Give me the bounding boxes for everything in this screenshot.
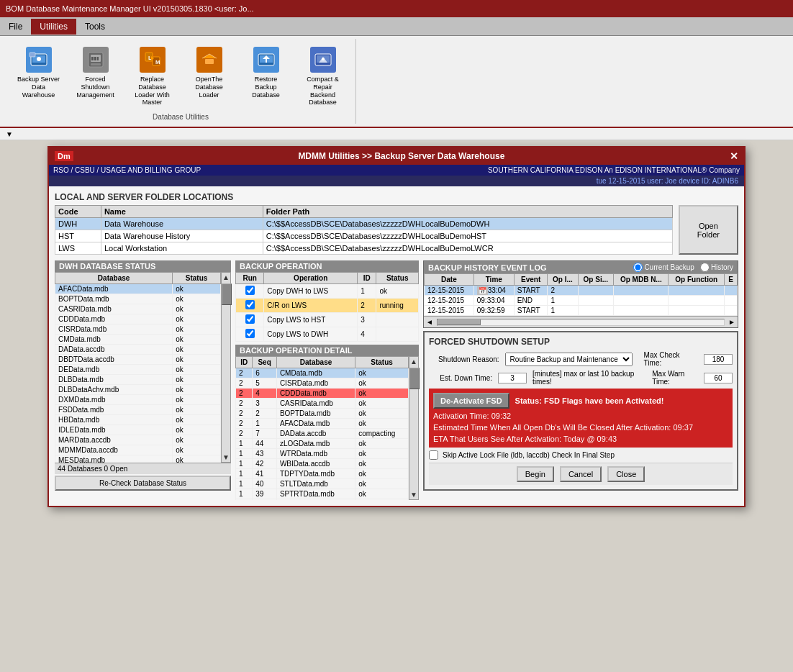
recheck-database-button[interactable]: Re-Check Database Status	[55, 476, 231, 491]
cancel-button[interactable]: Cancel	[560, 466, 602, 482]
main-panels: DWH DATABASE STATUS Database Status	[55, 260, 738, 500]
detail-scroll-down[interactable]: ▼	[409, 490, 418, 499]
det-status-8: ok	[355, 449, 409, 459]
scroll-down-arrow[interactable]: ▼	[222, 453, 230, 462]
op-operation-0: Copy DWH to LWS	[264, 284, 358, 299]
dwh-table-container: Database Status AFACData.mdbokBOPTData.m…	[55, 272, 231, 463]
fsd-status-row: De-Activate FSD Status: FSD Flags have b…	[433, 393, 728, 409]
table-row: 1 39 SPTRTData.mdb ok	[236, 489, 409, 499]
dialog-close-button[interactable]: ✕	[730, 150, 738, 162]
detail-scrollbar[interactable]: ▲ ▼	[409, 356, 419, 500]
backup-icon	[26, 47, 52, 73]
radio-current-backup[interactable]: Current Backup	[633, 263, 694, 272]
db-name-4: CISRData.mdb	[55, 324, 173, 335]
history-panel: BACKUP HISTORY EVENT LOG Current Backup …	[423, 260, 738, 328]
table-row: 12-15-2015 09:32:59 START 1	[425, 306, 738, 316]
det-db-0: CMData.mdb	[276, 368, 355, 378]
skip-lockfile-checkbox[interactable]	[429, 450, 438, 460]
btn-backup-server[interactable]: Backup Server Data Warehouse	[12, 42, 65, 110]
menu-file[interactable]: File	[0, 19, 31, 35]
op-col-id: ID	[358, 273, 376, 284]
btn-replace-database-label: Replace Database Loader With Master	[130, 76, 174, 106]
radio-history[interactable]: History	[700, 263, 733, 272]
op-status-0: ok	[376, 284, 419, 299]
menu-tools[interactable]: Tools	[76, 19, 114, 35]
table-row: 1 38 SPOCData.accdb ok	[236, 499, 409, 501]
det-status-2: ok	[355, 389, 409, 399]
dwh-panel-header: DWH DATABASE STATUS	[55, 260, 231, 272]
det-db-3: CASRIData.mdb	[276, 399, 355, 409]
det-seq-12: 39	[253, 489, 277, 499]
svg-rect-3	[30, 53, 35, 57]
db-name-3: CDDData.mdb	[55, 314, 173, 324]
deactivate-fsd-button[interactable]: De-Activate FSD	[433, 393, 509, 409]
db-name-15: MARData.accdb	[55, 435, 173, 445]
btn-open-database[interactable]: OpenThe Database Loader	[182, 42, 236, 110]
folder-locations-section: LOCAL AND SERVER FOLDER LOCATIONS Code N…	[55, 192, 738, 255]
table-row: Copy LWS to HST 3	[236, 313, 419, 327]
hscroll-right[interactable]: ►	[726, 318, 738, 326]
scrollbar-thumb[interactable]	[222, 283, 232, 305]
table-row: 1 44 zLOGData.mdb ok	[236, 439, 409, 449]
hscroll-thumb[interactable]	[438, 319, 481, 325]
hist-opi-0: 2	[548, 286, 578, 296]
hist-opmdb-2	[614, 306, 669, 316]
btn-forced-shutdown-label: Forced Shutdown Management	[73, 76, 117, 99]
scroll-up-arrow[interactable]: ▲	[222, 273, 230, 282]
fsd-shutdown-reason-select[interactable]: Routine Backup and Maintenance	[505, 353, 633, 366]
det-status-13: ok	[355, 499, 409, 501]
btn-replace-database[interactable]: L M Replace Database Loader With Master	[125, 42, 179, 110]
db-name-16: MDMMData.accdb	[55, 445, 173, 455]
hscroll-left[interactable]: ◄	[424, 318, 435, 326]
btn-forced-shutdown[interactable]: Forced Shutdown Management	[68, 42, 122, 110]
backup-op-header: BACKUP OPERATION	[235, 260, 419, 272]
op-col-run: Run	[236, 273, 264, 284]
fsd-est-close-row: Estimated Time When All Open Db's Will B…	[433, 423, 728, 432]
hist-event-1: END	[514, 296, 548, 306]
dwh-scrollbar[interactable]: ▲ ▼	[221, 272, 231, 463]
det-db-6: DAData.accdb	[276, 429, 355, 439]
open-icon	[196, 47, 222, 73]
table-row: LWS Local Workstation C:\$$AccessDB\SCE\…	[55, 242, 673, 255]
detail-scroll-up[interactable]: ▲	[409, 357, 418, 366]
db-name-6: DAData.accdb	[55, 345, 173, 355]
radio-current-input[interactable]	[633, 263, 643, 272]
dwh-database-table: Database Status AFACData.mdbokBOPTData.m…	[55, 272, 221, 463]
fsd-downtime-input[interactable]	[498, 373, 527, 383]
sce-header: RSO / CSBU / USAGE AND BILLING GROUP SOU…	[49, 165, 744, 176]
hist-opi-1: 1	[548, 296, 578, 306]
det-seq-4: 2	[253, 409, 277, 419]
btn-compact-repair[interactable]: Compact & Repair Backend Database	[296, 42, 350, 110]
det-seq-11: 40	[253, 479, 277, 489]
menu-utilities[interactable]: Utilities	[31, 19, 76, 35]
db-name-9: DLBData.mdb	[55, 375, 173, 385]
btn-restore-backup[interactable]: Restore Backup Database	[239, 42, 293, 110]
begin-button[interactable]: Begin	[517, 466, 554, 482]
det-status-4: ok	[355, 409, 409, 419]
dwh-footer: 44 Databases 0 Open	[55, 463, 231, 474]
fsd-eta-row: ETA That Users See After Activation: Tod…	[433, 435, 728, 443]
det-seq-7: 44	[253, 439, 277, 449]
hist-opfn-2	[669, 306, 725, 316]
db-name-14: IDLEData.mdb	[55, 425, 173, 435]
det-status-10: ok	[355, 469, 409, 479]
table-row: Copy DWH to LWS 1 ok	[236, 284, 419, 299]
close-button[interactable]: Close	[607, 466, 645, 482]
ribbon: Backup Server Data Warehouse	[0, 36, 793, 128]
det-id-13: 1	[236, 499, 253, 501]
det-status-9: ok	[355, 459, 409, 469]
det-db-2: CDDData.mdb	[276, 389, 355, 399]
radio-history-input[interactable]	[700, 263, 710, 272]
fsd-max-check-input[interactable]	[704, 354, 733, 365]
fsd-max-warn-input[interactable]	[704, 373, 733, 383]
detail-scrollbar-thumb[interactable]	[409, 368, 420, 389]
db-status-9: ok	[173, 375, 221, 385]
db-status-10: ok	[173, 385, 221, 395]
hist-opmdb-1	[614, 296, 669, 306]
open-folder-button[interactable]: Open Folder	[679, 205, 738, 255]
hscroll-track[interactable]	[437, 319, 725, 326]
hist-opmdb-0	[614, 286, 669, 296]
dwh-panel: DWH DATABASE STATUS Database Status	[55, 260, 231, 491]
history-hscrollbar[interactable]: ◄ ►	[424, 316, 738, 327]
ribbon-collapse-arrow[interactable]: ▼	[0, 128, 793, 140]
